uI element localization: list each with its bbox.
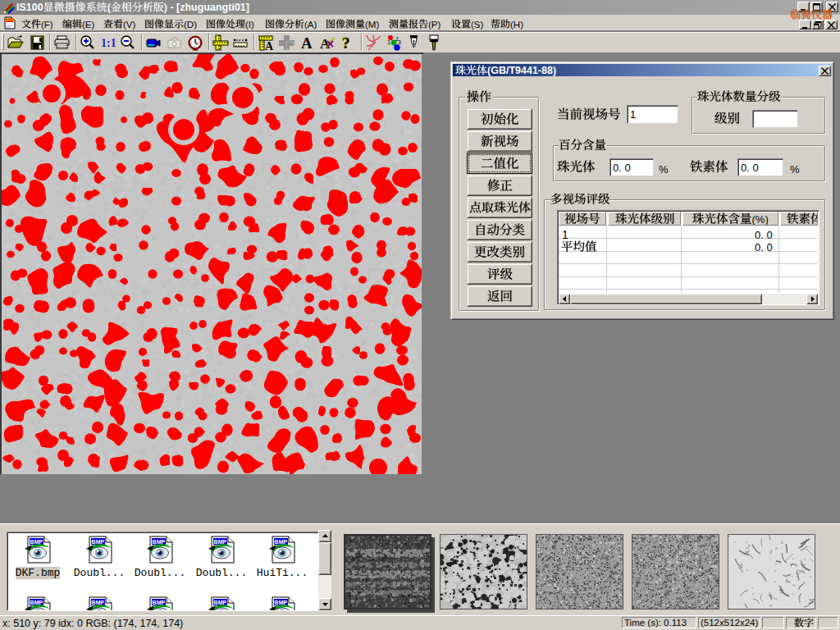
- svg-text:1: 1: [387, 39, 390, 45]
- svg-text:(F): (F): [41, 20, 53, 30]
- svg-text:(: (: [107, 2, 112, 13]
- svg-text:(S): (S): [471, 20, 484, 30]
- svg-text:DOC: DOC: [6, 18, 15, 22]
- svg-text:1:1: 1:1: [101, 37, 116, 49]
- svg-text:?: ?: [342, 34, 350, 51]
- svg-text:BMP: BMP: [214, 539, 227, 545]
- svg-text:IS100: IS100: [16, 2, 43, 13]
- svg-text:BMP: BMP: [30, 600, 43, 605]
- svg-text:) - [zhuguangti01]: ) - [zhuguangti01]: [164, 2, 249, 13]
- svg-text:3: 3: [398, 39, 401, 45]
- svg-text:BMP: BMP: [153, 539, 166, 545]
- svg-text:BMP: BMP: [92, 600, 105, 605]
- svg-text:BMP: BMP: [275, 539, 288, 545]
- svg-text:(A): (A): [304, 20, 317, 30]
- svg-text:(I): (I): [245, 20, 254, 30]
- svg-text:A: A: [301, 34, 313, 51]
- svg-text:BMP: BMP: [30, 539, 43, 545]
- svg-text:BMP: BMP: [92, 539, 105, 545]
- svg-text:(P): (P): [428, 20, 441, 30]
- svg-text:(M): (M): [365, 20, 379, 30]
- svg-text:(D): (D): [184, 20, 197, 30]
- svg-text:A: A: [265, 40, 274, 51]
- svg-text:(GB/T9441-88): (GB/T9441-88): [487, 65, 556, 76]
- svg-text:(E): (E): [82, 20, 95, 30]
- svg-text:(H): (H): [510, 20, 523, 30]
- svg-text:BMP: BMP: [153, 600, 166, 605]
- svg-text:(V): (V): [123, 20, 136, 30]
- svg-text:BMP: BMP: [214, 600, 227, 605]
- svg-text:(%): (%): [752, 213, 769, 226]
- svg-text:BMP: BMP: [275, 600, 288, 605]
